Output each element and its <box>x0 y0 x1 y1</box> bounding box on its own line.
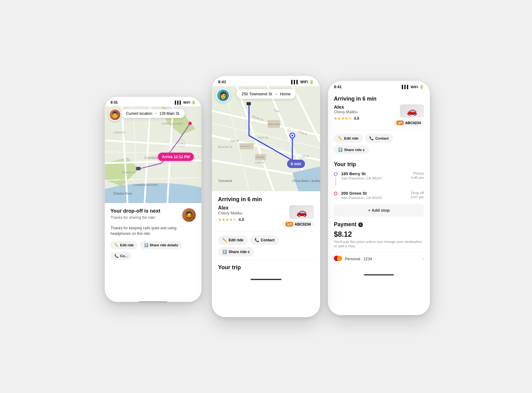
pickup-stop: 185 Berry St San Francisco, CA 94107 Pic… <box>334 171 424 187</box>
home-indicator-left <box>105 299 202 302</box>
share-btn-center[interactable]: ⬆️ Share ride c <box>218 247 254 257</box>
trip-section-right: Your trip 185 Berry St San Francisco, CA… <box>328 162 430 217</box>
svg-rect-13 <box>136 167 141 170</box>
driver-info-center: Alex Chevy Malibu ★★★★½ 4.8 <box>218 205 244 222</box>
lyft-logo-center: lyft <box>285 222 293 227</box>
location-to-left: 128 Main St. <box>159 111 180 116</box>
phones-container: 9:41 ▌▌▌ WiFi 🔋 <box>101 76 431 317</box>
trip-title-center: Your trip <box>218 264 314 271</box>
bottom-panel-left: Your drop-off is next Thanks for sharing… <box>105 203 202 299</box>
status-bar-center: 9:41 ▌▌▌ WiFi 🔋 <box>212 76 320 86</box>
panel-title-left: Your drop-off is next <box>110 208 161 214</box>
svg-text:CAMBRIDGEPORT: CAMBRIDGEPORT <box>133 184 158 187</box>
contact-btn-right[interactable]: 📞 Contact <box>365 134 393 143</box>
status-bar-right: 9:41 ▌▌▌ WiFi 🔋 <box>328 81 430 91</box>
action-row-center: ✏️ Edit ride 📞 Contact ⬆️ Share ride c <box>218 235 314 257</box>
phone-right: 9:41 ▌▌▌ WiFi 🔋 Arriving in 6 min Alex C… <box>328 81 430 315</box>
plate-badge-center: lyft ABC0234 <box>282 221 314 228</box>
svg-text:Alexander's: Alexander's <box>240 145 250 147</box>
svg-text:3rd St: 3rd St <box>302 155 309 158</box>
dropoff-details: 200 Grove St San Francisco, CA 92102 <box>341 191 407 200</box>
location-from-left: Current location <box>126 111 152 116</box>
svg-text:Zoe St: Zoe St <box>230 139 239 142</box>
driver-car-center: Chevy Malibu <box>218 211 244 215</box>
dropoff-city: San Francisco, CA 92102 <box>341 196 407 200</box>
share-btn-left[interactable]: ⬆️ Share ride details <box>140 241 182 250</box>
wifi-icon-center: WiFi <box>300 80 308 84</box>
map-area-left: Cambridge Oxford St PORT SQUARE Charles … <box>105 106 202 203</box>
pencil-icon-center: ✏️ <box>222 238 227 242</box>
svg-text:28: 28 <box>180 142 183 145</box>
payment-method-row[interactable]: Personal · 1234 › <box>334 252 424 265</box>
location-bar-center[interactable]: 250 Townsend St → Home <box>236 89 295 99</box>
signal-icon-center: ▌▌▌ <box>291 80 299 84</box>
contact-btn-center[interactable]: 📞 Contact <box>250 235 279 245</box>
location-from-center: 250 Townsend St <box>241 92 272 96</box>
svg-text:Lusk St: Lusk St <box>255 161 265 164</box>
car-photo-right: 🚗 <box>400 104 424 118</box>
svg-rect-4 <box>105 189 202 203</box>
svg-text:Charles River: Charles River <box>113 192 132 195</box>
pickup-time: 4:45 pm <box>411 175 424 180</box>
map-area-center: Bryant St Park Bluxome St King St 3rd St… <box>212 86 320 191</box>
wifi-icon: WiFi <box>183 101 190 105</box>
driver-name-center: Alex <box>218 205 244 211</box>
battery-icon-right: 🔋 <box>419 85 424 89</box>
dropoff-dot <box>334 192 338 195</box>
stop-indicator-dropoff <box>334 191 338 200</box>
arriving-title-center: Arriving in 6 min <box>218 196 314 203</box>
edit-ride-btn-right[interactable]: ✏️ Edit ride <box>334 134 363 143</box>
svg-text:3: 3 <box>121 182 122 185</box>
payment-title: Payment i <box>334 222 424 228</box>
payment-section: Payment i $8.12 You'll pay this price un… <box>328 222 430 271</box>
home-indicator-center <box>212 276 320 282</box>
divider-center-2 <box>218 260 314 261</box>
battery-icon: 🔋 <box>191 101 196 105</box>
share-icon-center: ⬆️ <box>222 250 227 254</box>
driver-right-right: 🚗 lyft ABC0234 <box>393 104 424 126</box>
arrive-badge: Arrive 12:11 PM <box>158 153 194 161</box>
status-icons-center: ▌▌▌ WiFi 🔋 <box>291 80 314 84</box>
location-to-center: Home <box>280 92 291 96</box>
stop-indicator-pickup <box>334 171 338 187</box>
home-bar-right <box>364 274 394 275</box>
avatar-center: 👩 <box>216 89 230 102</box>
dropoff-time-col: Drop-off 5:07 pm <box>411 191 424 200</box>
min-badge: 6 min <box>287 160 305 168</box>
edit-ride-btn-center[interactable]: ✏️ Edit ride <box>218 235 248 245</box>
pickup-addr: 185 Berry St <box>341 171 407 176</box>
panel-text-left: Thanks for keeping calls quiet and using… <box>110 225 196 236</box>
svg-point-14 <box>188 122 192 125</box>
edit-ride-btn-left[interactable]: ✏️ Edit ride <box>110 241 138 250</box>
chevron-right-icon: › <box>422 256 424 261</box>
divider-center <box>218 231 314 232</box>
car-photo-center: 🚗 <box>289 205 314 219</box>
driver-stars-center: ★★★★½ 4.8 <box>218 217 244 222</box>
lyft-logo-right: lyft <box>397 121 404 125</box>
location-bar-left[interactable]: Current location → 128 Main St. <box>122 109 185 118</box>
signal-icon-right: ▌▌▌ <box>402 85 410 89</box>
pickup-time-col: Pickup 4:45 pm <box>411 171 424 187</box>
pickup-details: 185 Berry St San Francisco, CA 94107 <box>341 171 407 187</box>
driver-row-right: Alex Chevy Malibu ★★★★½ 4.8 🚗 lyft ABC02… <box>334 104 424 126</box>
payment-price: $8.12 <box>334 230 424 239</box>
share-btn-right[interactable]: ⬆️ Share ride c <box>334 145 369 154</box>
svg-text:Townsend: Townsend <box>218 179 232 183</box>
add-stop-btn[interactable]: + Add stop <box>334 204 424 217</box>
info-icon: i <box>358 222 363 227</box>
dropoff-stop: 200 Grove St San Francisco, CA 92102 Dro… <box>334 191 424 200</box>
svg-text:Ritch St: Ritch St <box>258 136 268 139</box>
payment-label: Personal · 1234 <box>345 257 372 261</box>
action-row-right: ✏️ Edit ride 📞 Contact ⬆️ Share ride c <box>334 134 424 154</box>
panel-subtitle-left: Thanks for sharing the ride! <box>110 215 161 220</box>
pickup-label: Pickup <box>411 171 424 176</box>
arriving-section-center: Arriving in 6 min Alex Chevy Malibu ★★★★… <box>212 191 320 276</box>
arrow-icon-center: → <box>274 92 278 96</box>
pencil-icon-right: ✏️ <box>338 136 343 140</box>
driver-row-center: Alex Chevy Malibu ★★★★½ 4.8 🚗 lyft ABC02… <box>218 205 314 228</box>
contact-btn-left[interactable]: 📞 Co... <box>110 252 131 260</box>
svg-rect-36 <box>247 102 251 105</box>
time-center: 9:41 <box>218 80 226 84</box>
signal-icon: ▌▌▌ <box>175 101 182 105</box>
dropoff-label: Drop-off <box>411 191 424 195</box>
